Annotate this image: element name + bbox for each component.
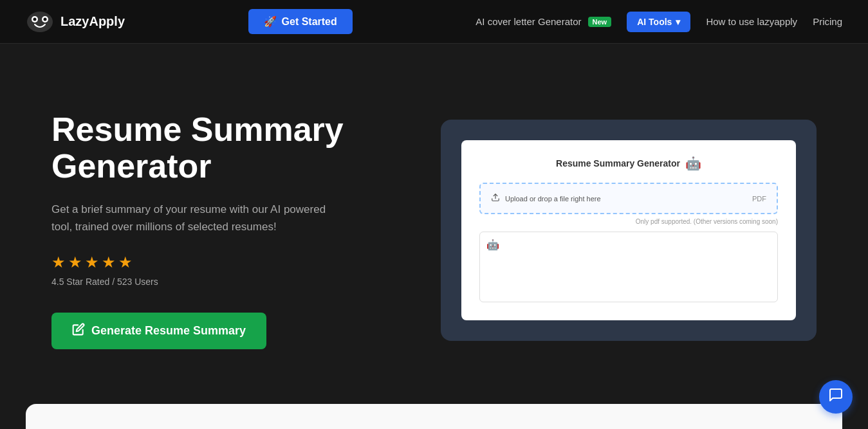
get-started-button[interactable]: 🚀 Get Started [248,9,353,34]
svg-point-0 [27,12,53,32]
preview-card: Resume Summary Generator 🤖 Upload or dro… [461,140,796,320]
ai-tools-button[interactable]: AI Tools ▾ [627,12,690,32]
brand-name: LazyApply [60,14,125,29]
hero-right-preview: Resume Summary Generator 🤖 Upload or dro… [441,120,817,341]
preview-card-title: Resume Summary Generator [556,158,680,169]
hero-section: Resume Summary Generator Get a brief sum… [0,44,868,404]
logo[interactable]: LazyApply [26,10,125,33]
preview-title-row: Resume Summary Generator 🤖 [479,156,778,171]
generate-resume-summary-button[interactable]: Generate Resume Summary [51,313,266,349]
new-badge: New [588,17,612,27]
star-1: ★ [51,253,66,271]
upload-left: Upload or drop a file right here [491,193,601,204]
navbar: LazyApply 🚀 Get Started AI cover letter … [0,0,868,44]
star-3: ★ [85,253,99,271]
stars-row: ★ ★ ★ ★ ★ [51,253,425,271]
svg-point-3 [33,17,37,21]
star-4: ★ [102,253,116,271]
upload-file-icon [491,193,500,204]
edit-icon [72,323,85,339]
pdf-label: PDF [752,195,766,203]
only-pdf-note: Only pdf supported. (Other versions comi… [479,218,778,225]
hero-description: Get a brief summary of your resume with … [51,201,347,235]
nav-center: 🚀 Get Started [248,9,353,34]
ai-cover-letter-link[interactable]: AI cover letter Generator New [476,16,611,27]
bot-small-icon: 🤖 [486,239,499,251]
hero-left: Resume Summary Generator Get a brief sum… [51,111,425,349]
bot-icon: 🤖 [685,156,701,171]
chevron-down-icon: ▾ [676,17,680,27]
svg-point-4 [44,17,47,21]
how-to-use-link[interactable]: How to use lazyapply [706,16,797,27]
rocket-icon: 🚀 [264,15,277,28]
chat-button[interactable] [819,380,853,414]
hero-title: Resume Summary Generator [51,111,425,185]
logo-icon [26,10,54,33]
chat-icon [828,387,844,406]
pricing-link[interactable]: Pricing [813,16,842,27]
star-5: ★ [118,253,133,271]
upload-text: Upload or drop a file right here [505,195,601,203]
preview-textarea[interactable]: 🤖 [479,232,778,302]
star-2: ★ [68,253,82,271]
upload-zone[interactable]: Upload or drop a file right here PDF [479,183,778,214]
nav-right: AI cover letter Generator New AI Tools ▾… [476,12,842,32]
bottom-section [26,404,842,429]
rating-text: 4.5 Star Rated / 523 Users [51,277,425,287]
